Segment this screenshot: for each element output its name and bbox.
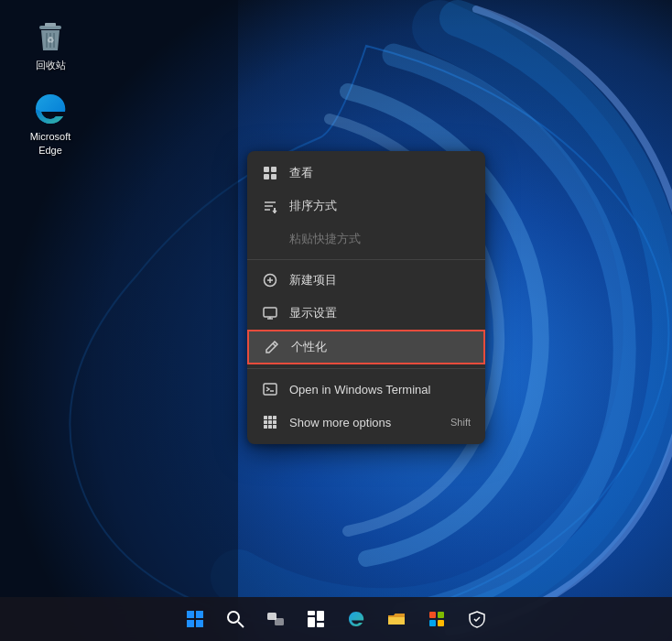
menu-item-new[interactable]: 新建项目 xyxy=(247,264,485,297)
terminal-label: Open in Windows Terminal xyxy=(289,383,471,397)
personalize-label: 个性化 xyxy=(291,339,469,355)
svg-rect-41 xyxy=(275,618,284,625)
context-menu: 查看 排序方式 粘贴快捷方式 新建项目 xyxy=(247,151,485,444)
svg-rect-34 xyxy=(187,611,194,618)
menu-item-more-options[interactable]: Show more options Shift xyxy=(247,406,485,439)
svg-text:♻: ♻ xyxy=(47,36,54,45)
terminal-icon xyxy=(262,381,278,397)
edge-image xyxy=(32,90,69,126)
edge-label: Microsoft Edge xyxy=(30,130,71,157)
svg-rect-4 xyxy=(45,23,56,27)
microsoft-edge-icon[interactable]: Microsoft Edge xyxy=(18,90,82,157)
svg-point-38 xyxy=(228,612,239,623)
paste-icon xyxy=(262,231,278,247)
widgets-button[interactable] xyxy=(298,601,334,637)
view-label: 查看 xyxy=(289,165,471,181)
svg-rect-11 xyxy=(264,174,269,179)
svg-rect-32 xyxy=(268,425,272,429)
svg-line-22 xyxy=(273,343,276,346)
task-view-button[interactable] xyxy=(257,601,294,637)
svg-rect-9 xyxy=(264,167,269,172)
plus-circle-icon xyxy=(262,272,278,288)
start-button[interactable] xyxy=(177,601,213,637)
svg-rect-27 xyxy=(273,416,276,419)
svg-rect-29 xyxy=(268,420,272,424)
svg-rect-26 xyxy=(268,416,272,419)
svg-rect-47 xyxy=(438,612,444,618)
more-options-icon xyxy=(262,414,278,430)
svg-rect-33 xyxy=(273,425,276,429)
grid-icon xyxy=(262,165,278,181)
paste-shortcut-label: 粘贴快捷方式 xyxy=(289,231,471,247)
menu-item-terminal[interactable]: Open in Windows Terminal xyxy=(247,373,485,406)
svg-rect-35 xyxy=(196,611,203,618)
svg-rect-28 xyxy=(264,420,267,424)
svg-line-39 xyxy=(238,622,244,627)
new-item-label: 新建项目 xyxy=(289,272,471,288)
svg-rect-10 xyxy=(271,167,276,172)
more-options-label: Show more options xyxy=(289,416,439,429)
recycle-bin-icon[interactable]: ♻ 回收站 xyxy=(18,18,82,71)
menu-item-paste-shortcut[interactable]: 粘贴快捷方式 xyxy=(247,223,485,255)
more-options-shortcut: Shift xyxy=(450,417,471,428)
svg-rect-45 xyxy=(317,623,324,627)
svg-rect-49 xyxy=(438,620,444,626)
explorer-button[interactable] xyxy=(378,601,415,637)
menu-item-view[interactable]: 查看 xyxy=(247,157,485,190)
divider-1 xyxy=(247,259,485,260)
display-label: 显示设置 xyxy=(289,305,471,321)
security-button[interactable] xyxy=(459,601,495,637)
menu-item-display[interactable]: 显示设置 xyxy=(247,297,485,330)
menu-item-personalize[interactable]: 个性化 xyxy=(247,330,485,364)
svg-rect-12 xyxy=(271,174,276,179)
svg-rect-31 xyxy=(264,425,267,429)
display-icon xyxy=(262,305,278,321)
svg-rect-44 xyxy=(317,611,324,621)
search-button[interactable] xyxy=(217,601,254,637)
taskbar xyxy=(0,597,672,641)
svg-rect-25 xyxy=(264,416,267,419)
svg-rect-37 xyxy=(196,620,203,627)
svg-rect-43 xyxy=(308,617,315,627)
svg-rect-19 xyxy=(264,308,276,317)
pencil-icon xyxy=(264,339,280,355)
sort-icon xyxy=(262,198,278,214)
recycle-bin-image: ♻ xyxy=(32,18,69,55)
svg-rect-48 xyxy=(429,620,436,626)
sort-label: 排序方式 xyxy=(289,198,471,214)
edge-taskbar-button[interactable] xyxy=(338,601,374,637)
svg-rect-36 xyxy=(187,620,194,627)
store-button[interactable] xyxy=(418,601,455,637)
svg-rect-46 xyxy=(429,612,436,618)
divider-2 xyxy=(247,368,485,369)
menu-item-sort[interactable]: 排序方式 xyxy=(247,190,485,223)
svg-rect-30 xyxy=(273,420,276,424)
recycle-bin-label: 回收站 xyxy=(36,59,66,71)
desktop-icons: ♻ 回收站 xyxy=(18,18,82,157)
svg-rect-42 xyxy=(308,611,315,615)
